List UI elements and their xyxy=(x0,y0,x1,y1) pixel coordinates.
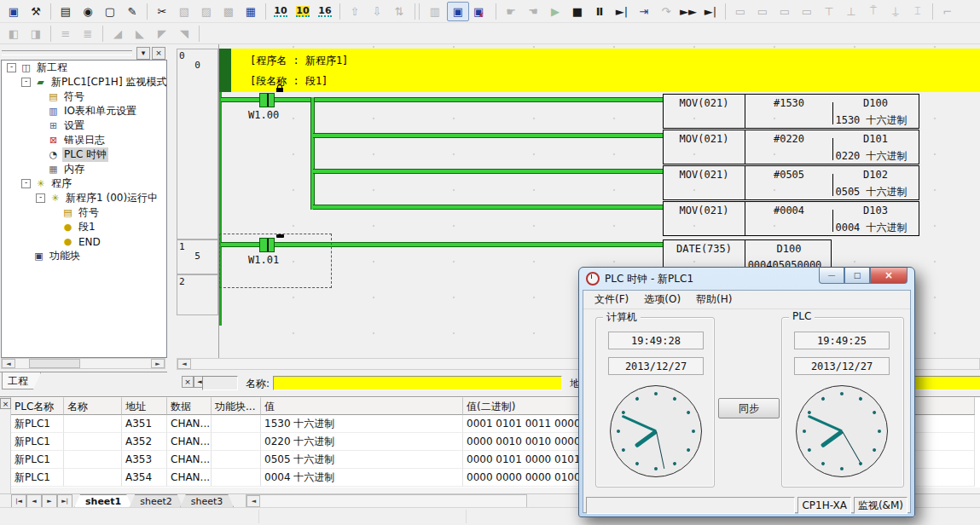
compile-icon[interactable]: ⚒ xyxy=(26,3,46,20)
rung-margin-0[interactable]: 0 0 xyxy=(177,49,218,239)
mnemonic-view-icon[interactable]: ▤ xyxy=(55,3,76,20)
name-input[interactable] xyxy=(273,376,562,390)
step-over-icon[interactable]: ↷ xyxy=(656,3,676,20)
tree-horizontal-scrollbar[interactable]: ◄ ► xyxy=(1,358,165,369)
mov-block-4[interactable]: MOV(021) #0004 D103 0004 十六进制 xyxy=(663,201,919,236)
tree-item-plc-clock[interactable]: ◔PLC 时钟 xyxy=(2,147,166,162)
tree-item-project[interactable]: -◫新工程 xyxy=(2,61,166,75)
close-icon[interactable]: × xyxy=(870,267,908,284)
sheet-next-icon[interactable]: ► xyxy=(42,494,57,508)
transfer-from-plc-icon[interactable]: ⇩ xyxy=(367,3,387,20)
work-online-icon[interactable]: ▥ xyxy=(425,3,445,20)
falling-edge-tool-icon[interactable]: ⍊ xyxy=(885,3,906,20)
tree-dropdown-icon[interactable]: ▾ xyxy=(136,47,150,60)
step-into-icon[interactable]: ⇥ xyxy=(634,3,654,20)
minimize-icon[interactable]: — xyxy=(819,267,844,284)
tree-item-error-log[interactable]: ⊠错误日志 xyxy=(2,133,166,147)
tree-item-io-table[interactable]: ▥IO表和单元设置 xyxy=(2,104,166,118)
watch-col-header-2[interactable]: 地址 xyxy=(122,397,167,415)
watch-col-header-3[interactable]: 数据类... xyxy=(167,397,212,415)
force-on-icon[interactable]: ◢ xyxy=(107,25,128,43)
binary-monitor-icon[interactable]: ▦ xyxy=(241,3,261,20)
decimal-monitor-icon[interactable]: 10 xyxy=(270,3,291,20)
sheet-last-icon[interactable]: ►| xyxy=(57,494,72,508)
tree-item-program-symbols[interactable]: ▤符号 xyxy=(2,205,166,220)
sheet-first-icon[interactable]: |◄ xyxy=(11,494,26,508)
sheet-tab-sheet1[interactable]: sheet1 xyxy=(74,494,132,508)
maximize-icon[interactable]: □ xyxy=(844,267,870,284)
mov-block-3[interactable]: MOV(021) #0505 D102 0505 十六进制 xyxy=(663,165,919,200)
contact-w1-01[interactable] xyxy=(259,238,275,252)
tree-item-memory[interactable]: ▦内存 xyxy=(2,162,166,176)
outdent-icon[interactable]: ◧ xyxy=(3,25,24,43)
sheet-prev-icon[interactable]: ◄ xyxy=(26,494,42,508)
tree-item-section-end[interactable]: ●END xyxy=(2,234,166,249)
contact-closed-tool-icon[interactable]: ▭ xyxy=(752,3,773,20)
force-off-icon[interactable]: ◣ xyxy=(130,25,150,43)
tree-item-plc[interactable]: -▰新PLC1[CP1H] 监视模式 xyxy=(2,75,166,89)
dialog-titlebar[interactable]: PLC 时钟 - 新PLC1 — □ × xyxy=(579,268,914,290)
rung-margin-1[interactable]: 1 5 xyxy=(177,239,218,274)
expander-icon[interactable]: - xyxy=(21,179,31,188)
watch-col-header-5[interactable]: 值 xyxy=(261,397,463,415)
tree-scroll-right-icon[interactable]: ► xyxy=(151,359,165,368)
contact-w1-00[interactable] xyxy=(259,93,275,107)
cut-icon[interactable]: ✂ xyxy=(152,3,172,20)
signed-decimal-monitor-icon[interactable]: 10 xyxy=(293,3,313,20)
paste-icon[interactable]: ▨ xyxy=(196,3,217,20)
instruction-tool-icon[interactable]: ⌶ xyxy=(908,3,928,20)
copy-icon[interactable]: ▧ xyxy=(174,3,194,20)
menu-help[interactable]: 帮助(H) xyxy=(688,292,739,307)
tree-item-settings[interactable]: ⊞设置 xyxy=(2,118,166,133)
rung-margin-2[interactable]: 2 xyxy=(177,274,218,315)
mov-block-2[interactable]: MOV(021) #0220 D101 0220 十六进制 xyxy=(663,130,919,164)
monitor-mode-icon[interactable]: ▣ xyxy=(447,2,469,21)
properties-icon[interactable]: ✎ xyxy=(122,3,142,20)
sheet-tab-sheet2[interactable]: sheet2 xyxy=(129,494,183,508)
tree-item-symbols[interactable]: ▤符号 xyxy=(2,89,166,104)
tree-scroll-left-icon[interactable]: ◄ xyxy=(2,359,15,368)
sheet-scrollbar[interactable]: ◄ xyxy=(246,494,527,508)
watch-col-header-0[interactable]: PLC名称 xyxy=(11,397,64,415)
project-window-icon[interactable]: ▣ xyxy=(3,3,24,20)
menu-options[interactable]: 选项(O) xyxy=(636,292,688,307)
expander-icon[interactable]: - xyxy=(36,193,45,203)
tree-item-program1[interactable]: -✳新程序1 (00)运行中 xyxy=(2,191,166,205)
print-icon[interactable]: ▩ xyxy=(218,3,239,20)
run-to-end-icon[interactable]: ►| xyxy=(700,3,721,20)
transfer-to-plc-icon[interactable]: ⇧ xyxy=(345,3,365,20)
tree-scroll-thumb[interactable] xyxy=(29,359,80,368)
vertical-up-tool-icon[interactable]: ⊥ xyxy=(841,3,861,20)
watch-close-icon[interactable]: × xyxy=(0,398,11,409)
tree-close-icon[interactable]: × xyxy=(152,47,165,60)
trigger-monitor-icon[interactable]: ☚ xyxy=(523,3,543,20)
expander-icon[interactable]: - xyxy=(21,78,31,87)
pause-monitor-icon[interactable]: ☛ xyxy=(501,3,521,20)
step-run-icon[interactable]: ►| xyxy=(612,3,632,20)
pause-icon[interactable]: Ⅱ xyxy=(589,3,610,20)
window-select-icon[interactable]: ▢ xyxy=(100,3,120,20)
monitor-off-icon[interactable]: ▣ xyxy=(471,3,491,20)
run-icon[interactable]: ▶ xyxy=(545,3,565,20)
stop-icon[interactable]: ■ xyxy=(567,3,588,20)
menu-file[interactable]: 文件(F) xyxy=(587,292,636,307)
ladder-scroll-left-icon[interactable]: ◄ xyxy=(177,359,191,369)
indent-icon[interactable]: ◨ xyxy=(26,25,46,43)
sheet-tab-sheet3[interactable]: sheet3 xyxy=(180,494,235,508)
watch-col-header-4[interactable]: 功能块... xyxy=(212,397,261,415)
sheet-scroll-left-icon[interactable]: ◄ xyxy=(246,495,260,507)
rung-comment-list-icon[interactable]: ≡ xyxy=(55,25,76,43)
coil-closed-tool-icon[interactable]: ▭ xyxy=(797,3,817,20)
bar-close-icon[interactable]: × xyxy=(182,376,194,388)
mov-block-1[interactable]: MOV(021) #1530 D100 1530 十六进制 xyxy=(663,94,919,129)
tree-item-function-blocks[interactable]: ▣功能块 xyxy=(2,249,166,263)
compare-with-plc-icon[interactable]: ⇅ xyxy=(389,3,409,20)
contact-tool-icon[interactable]: ▭ xyxy=(730,3,751,20)
differential-monitor-icon[interactable]: ◥ xyxy=(174,25,194,43)
hex-monitor-icon[interactable]: 16 xyxy=(315,3,335,20)
expander-icon[interactable]: - xyxy=(7,63,16,72)
fast-forward-icon[interactable]: ►► xyxy=(678,3,699,20)
coil-tool-icon[interactable]: ▭ xyxy=(774,3,795,20)
rising-edge-tool-icon[interactable]: ⍑ xyxy=(863,3,884,20)
find-icon[interactable]: ◉ xyxy=(78,3,98,20)
